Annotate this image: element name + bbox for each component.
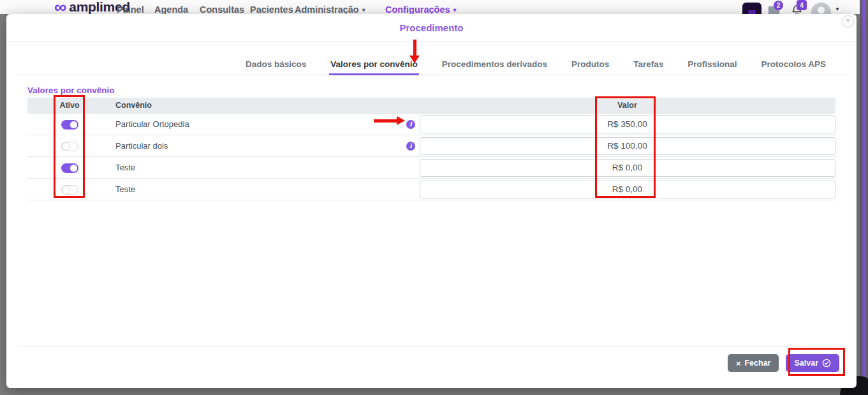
modal-footer: × Fechar Salvar — [17, 347, 846, 372]
modal-title: Procedimento — [6, 22, 857, 33]
convenio-name: Teste — [114, 184, 394, 194]
infinity-logo-icon: ∞ — [54, 0, 66, 14]
annotation-arrow-down-icon — [409, 56, 420, 63]
header-convenio: Convênio — [114, 101, 394, 110]
nav-item-consultas[interactable]: Consultas — [200, 4, 244, 14]
nav-item-administracao[interactable]: Administração▼ — [295, 4, 367, 14]
messages-badge: 2 — [774, 1, 783, 10]
nav-item-painel[interactable]: Painel — [117, 4, 144, 14]
info-icon[interactable]: i — [406, 120, 415, 129]
annotation-rect-valor-column — [595, 96, 656, 198]
nav-item-agenda[interactable]: Agenda — [154, 4, 188, 14]
page-scrollbar-thumb[interactable] — [862, 0, 866, 395]
annotation-arrow-tab-shaft — [413, 40, 416, 56]
fechar-label: Fechar — [744, 359, 770, 368]
annotation-rect-ativo-column — [54, 95, 85, 198]
convenios-table: Ativo Convênio Valor Particular Ortopedi… — [27, 98, 835, 200]
app-launcher-icon[interactable]: ∞ — [742, 3, 761, 14]
chevron-down-icon: ▼ — [361, 7, 367, 13]
tab-dados-basicos[interactable]: Dados básicos — [244, 59, 307, 75]
nav-item-label: Configurações — [385, 4, 450, 14]
table-row: Particular Ortopedia i — [27, 114, 835, 135]
modal-tabs: Dados básicos Valores por convênio Proce… — [17, 56, 827, 75]
tab-profissional[interactable]: Profissional — [686, 59, 738, 75]
procedimento-modal: × Procedimento Dados básicos Valores por… — [6, 14, 857, 388]
table-row: Teste i — [27, 179, 835, 200]
header-divider — [6, 41, 857, 42]
info-icon[interactable]: i — [406, 142, 415, 151]
section-title: Valores por convênio — [27, 86, 115, 95]
nav-item-configuracoes[interactable]: Configurações▼ — [385, 4, 457, 14]
close-x-icon: × — [736, 359, 741, 368]
tab-protocolos-aps[interactable]: Protocolos APS — [760, 59, 827, 75]
tab-valores-por-convenio[interactable]: Valores por convênio — [329, 59, 419, 75]
table-header-row: Ativo Convênio Valor — [27, 98, 835, 114]
infinity-icon: ∞ — [748, 6, 756, 14]
notifications-badge: 4 — [797, 0, 807, 10]
tab-produtos[interactable]: Produtos — [570, 59, 610, 75]
user-menu-caret-icon[interactable]: ▼ — [835, 6, 840, 12]
top-navbar: ∞ amplimed Painel Agenda Consultas Pacie… — [0, 0, 860, 14]
convenio-name: Teste — [114, 163, 394, 172]
chevron-down-icon: ▼ — [452, 7, 458, 13]
page-scrollbar-track[interactable] — [860, 0, 868, 395]
fechar-button[interactable]: × Fechar — [728, 354, 779, 372]
annotation-arrow-info-shaft — [374, 119, 397, 123]
table-row: Particular dois i — [27, 135, 835, 157]
annotation-arrow-right-icon — [397, 116, 405, 125]
nav-item-label: Administração — [295, 4, 359, 14]
convenio-name: Particular dois — [114, 141, 394, 151]
convenio-name: Particular Ortopedia — [114, 119, 394, 129]
tab-procedimentos-derivados[interactable]: Procedimentos derivados — [441, 59, 548, 75]
user-avatar[interactable] — [811, 3, 831, 14]
annotation-rect-salvar-button — [788, 348, 845, 376]
nav-item-pacientes[interactable]: Pacientes — [250, 4, 293, 14]
table-row: Teste i — [27, 157, 835, 179]
tab-tarefas[interactable]: Tarefas — [632, 59, 665, 75]
